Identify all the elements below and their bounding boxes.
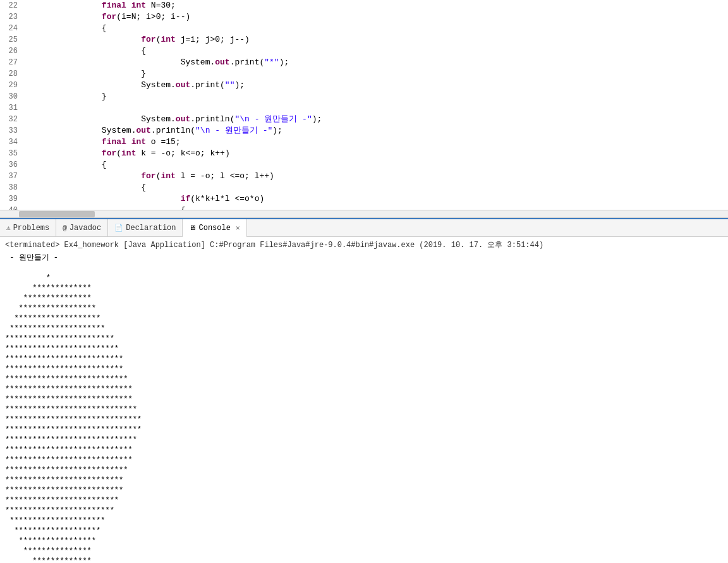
console-line: - 원만들기 - [5, 253, 723, 263]
console-line: ************************ [5, 334, 723, 344]
scroll-thumb[interactable] [19, 211, 95, 217]
line-number: 28 [0, 68, 23, 80]
line-number: 30 [0, 91, 23, 102]
code-line: 38 { [0, 182, 728, 193]
tab-declaration[interactable]: 📄Declaration [108, 219, 183, 237]
code-line: 39 if(k*k+l*l <=o*o) [0, 193, 728, 205]
javadoc-tab-label: Javadoc [70, 224, 101, 233]
console-line: ********************* [5, 516, 723, 526]
console-line: ****************************** [5, 415, 723, 425]
line-content: { [23, 45, 146, 57]
line-number: 39 [0, 193, 23, 205]
console-line: ******************* [5, 313, 723, 324]
bottom-panel: ⚠Problems@Javadoc📄Declaration🖥Console✕ <… [0, 218, 728, 563]
console-line: ***************************** [5, 435, 723, 445]
code-line: 36 { [0, 159, 728, 171]
line-number: 31 [0, 102, 23, 114]
line-number: 29 [0, 80, 23, 91]
line-content: if(k*k+l*l <=o*o) [23, 193, 264, 205]
code-line: 27 System.out.print("*"); [0, 57, 728, 68]
console-line: **************************** [5, 384, 723, 394]
line-number: 24 [0, 23, 23, 34]
code-line: 37 for(int l = -o; l <=o; l++) [0, 171, 728, 182]
line-number: 23 [0, 11, 23, 23]
console-line: ************************* [5, 495, 723, 505]
line-content: for(i=N; i>0; i--) [23, 11, 190, 23]
console-line: ************************** [5, 485, 723, 495]
console-line: *************** [5, 293, 723, 303]
console-line: ************* [5, 283, 723, 293]
line-content: } [23, 91, 107, 102]
console-line: ************************** [5, 364, 723, 374]
code-line: 24 { [0, 23, 728, 34]
line-content: { [23, 159, 107, 171]
console-line: **************************** [5, 455, 723, 465]
line-content: System.out.print("*"); [23, 57, 289, 68]
code-line: 34 final int o =15; [0, 136, 728, 148]
console-area: <terminated> Ex4_homework [Java Applicat… [0, 237, 728, 563]
line-number: 37 [0, 171, 23, 182]
code-line: 25 for(int j=i; j>0; j--) [0, 34, 728, 45]
declaration-tab-label: Declaration [126, 224, 176, 233]
console-line: ************************** [5, 354, 723, 364]
line-content: for(int j=i; j>0; j--) [23, 34, 250, 45]
line-content: final int o =15; [23, 136, 181, 148]
code-line: 23 for(i=N; i>0; i--) [0, 11, 728, 23]
code-line: 33 System.out.println("\n - 원만들기 -"); [0, 125, 728, 136]
problems-tab-label: Problems [13, 224, 50, 233]
line-number: 33 [0, 125, 23, 136]
console-line: *************************** [5, 465, 723, 475]
console-line: ******************* [5, 526, 723, 536]
line-content: System.out.println("\n - 원만들기 -"); [23, 114, 322, 125]
javadoc-tab-icon: @ [63, 224, 67, 232]
line-number: 32 [0, 114, 23, 125]
console-line: ************* [5, 556, 723, 563]
line-number: 26 [0, 45, 23, 57]
line-number: 36 [0, 159, 23, 171]
console-line: ****************************** [5, 425, 723, 435]
console-line: ************************* [5, 344, 723, 354]
problems-tab-icon: ⚠ [6, 224, 11, 232]
console-line: ***************************** [5, 404, 723, 415]
console-line: **************************** [5, 445, 723, 455]
code-line: 32 System.out.println("\n - 원만들기 -"); [0, 114, 728, 125]
console-line: ***************** [5, 303, 723, 313]
code-editor: 22 final int N=30;23 for(i=N; i>0; i--)2… [0, 0, 728, 218]
code-line: 29 System.out.print(""); [0, 80, 728, 91]
console-tab-label: Console [198, 224, 230, 233]
tabs-bar: ⚠Problems@Javadoc📄Declaration🖥Console✕ [0, 219, 728, 237]
code-line: 28 } [0, 68, 728, 80]
console-line: **************************** [5, 394, 723, 404]
console-line: ************************** [5, 475, 723, 485]
console-line [5, 263, 723, 273]
line-content: for(int l = -o; l <=o; l++) [23, 171, 274, 182]
console-line: *************************** [5, 374, 723, 384]
code-line: 31 [0, 102, 728, 114]
line-content: System.out.println("\n - 원만들기 -"); [23, 125, 282, 136]
console-line: ************************ [5, 505, 723, 516]
line-number: 27 [0, 57, 23, 68]
console-terminated-line: <terminated> Ex4_homework [Java Applicat… [5, 239, 723, 250]
console-line: *************** [5, 546, 723, 556]
line-number: 25 [0, 34, 23, 45]
tab-console[interactable]: 🖥Console✕ [183, 219, 246, 237]
line-number: 35 [0, 148, 23, 159]
declaration-tab-icon: 📄 [114, 224, 123, 232]
line-content: System.out.print(""); [23, 80, 245, 91]
code-line: 26 { [0, 45, 728, 57]
console-line: * [5, 273, 723, 283]
line-content: final int N=30; [23, 0, 176, 11]
line-number: 38 [0, 182, 23, 193]
line-number: 34 [0, 136, 23, 148]
tab-javadoc[interactable]: @Javadoc [56, 219, 108, 237]
console-tab-close[interactable]: ✕ [236, 224, 240, 232]
code-line: 35 for(int k = -o; k<=o; k++) [0, 148, 728, 159]
line-content: for(int k = -o; k<=o; k++) [23, 148, 230, 159]
console-line: ********************* [5, 324, 723, 334]
line-content: } [23, 68, 146, 80]
code-line: 30 } [0, 91, 728, 102]
code-line: 22 final int N=30; [0, 0, 728, 11]
tab-problems[interactable]: ⚠Problems [0, 219, 56, 237]
horizontal-scrollbar[interactable] [0, 210, 728, 217]
line-number: 22 [0, 0, 23, 11]
